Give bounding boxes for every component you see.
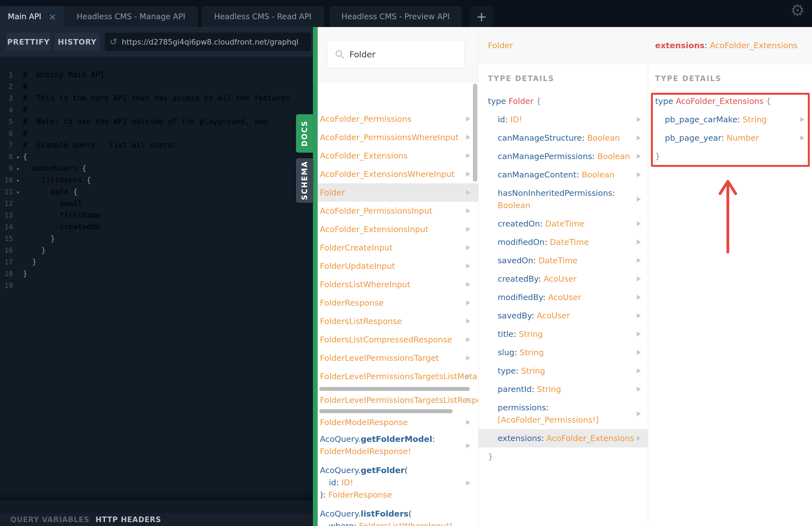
tab-query-variables[interactable]: QUERY VARIABLES	[10, 515, 89, 524]
code-line: 6#	[0, 127, 313, 139]
type-list-item[interactable]: Folder	[318, 183, 478, 202]
type-list-item[interactable]: FoldersListCompressedResponse	[318, 331, 478, 349]
type-list-item[interactable]: FolderUpdateInput	[318, 257, 478, 275]
search-icon	[335, 49, 344, 59]
type-declaration-row: }	[648, 147, 812, 165]
fold-arrow-icon[interactable]: ▾	[13, 163, 23, 175]
line-number: 16	[0, 245, 13, 256]
fold-arrow-icon[interactable]: ▾	[13, 175, 23, 186]
api-tab-1[interactable]: Main API×	[0, 6, 66, 27]
code-line: 16}	[0, 244, 313, 256]
type-field-row[interactable]: hasNonInheritedPermissions:Boolean	[478, 184, 648, 215]
code-line: 15}	[0, 233, 313, 244]
horizontal-scrollbar[interactable]	[318, 385, 478, 392]
chevron-right-icon	[637, 154, 641, 159]
type-field-row[interactable]: savedBy: AcoUser	[478, 306, 648, 325]
type-list-item[interactable]: FolderLevelPermissionsTargetsListRespo	[318, 392, 478, 408]
chevron-right-icon	[637, 197, 641, 202]
type-list-item[interactable]: FolderModelResponse	[318, 414, 478, 430]
chevron-right-icon	[466, 245, 470, 250]
code-line: 4#	[0, 104, 313, 116]
new-tab-button[interactable]: +	[470, 6, 493, 27]
line-number: 19	[0, 280, 13, 291]
line-number: 8	[0, 151, 13, 163]
api-tab-2[interactable]: Headless CMS - Manage API	[64, 6, 198, 27]
type-field-row[interactable]: slug: String	[478, 343, 648, 362]
top-tab-bar: Main API×Headless CMS - Manage APIHeadle…	[0, 0, 812, 27]
prettify-button[interactable]: PRETTIFY	[6, 33, 51, 51]
history-button[interactable]: HISTORY	[55, 33, 100, 51]
type-list-item[interactable]: FolderLevelPermissionsTargetsListMeta	[318, 367, 478, 385]
chevron-right-icon	[637, 436, 641, 441]
type-field-row[interactable]: modifiedOn: DateTime	[478, 233, 648, 251]
type-field-row[interactable]: extensions: AcoFolder_Extensions	[478, 429, 648, 448]
gear-icon[interactable]: ⚙	[790, 2, 805, 18]
chevron-right-icon	[637, 411, 641, 416]
api-tab-3[interactable]: Headless CMS - Read API	[202, 6, 324, 27]
type-list-item[interactable]: FoldersListResponse	[318, 312, 478, 331]
type-field-row[interactable]: title: String	[478, 325, 648, 343]
chevron-right-icon	[637, 221, 641, 226]
type-field-row[interactable]: pb_page_year: Number	[648, 129, 812, 147]
close-icon[interactable]: ×	[48, 12, 57, 21]
type-list-item[interactable]: AcoFolder_Permissions	[318, 110, 478, 128]
schema-side-tab[interactable]: SCHEMA	[296, 158, 313, 203]
query-list-item[interactable]: AcoQuery.getFolderModel:FolderModelRespo…	[318, 430, 478, 462]
type-field-row[interactable]: savedOn: DateTime	[478, 251, 648, 270]
tab-http-headers[interactable]: HTTP HEADERS	[96, 515, 161, 524]
scrollbar-thumb[interactable]	[319, 387, 470, 391]
line-number: 9	[0, 163, 13, 174]
type-declaration-row: }	[478, 448, 648, 466]
type-list-item[interactable]: AcoFolder_PermissionsWhereInput	[318, 128, 478, 147]
type-field-row[interactable]: canManagePermissions: Boolean	[478, 147, 648, 165]
type-field-row[interactable]: permissions:[AcoFolder_Permissions!]	[478, 398, 648, 429]
fold-arrow-icon[interactable]: ▾	[13, 151, 23, 163]
chevron-right-icon	[637, 368, 641, 373]
type-field-row[interactable]: createdBy: AcoUser	[478, 270, 648, 288]
type-list-item[interactable]: AcoFolder_ExtensionsWhereInput	[318, 165, 478, 183]
editor-toolbar: PRETTIFY HISTORY ↺	[0, 27, 313, 57]
type-list-vertical-scrollbar[interactable]	[473, 84, 477, 182]
code-line: 14createdOn	[0, 221, 313, 233]
line-number: 11	[0, 186, 13, 198]
docs-resize-handle[interactable]	[313, 27, 318, 526]
reload-icon[interactable]: ↺	[110, 36, 117, 47]
type-declaration-row: type Folder {	[478, 92, 648, 110]
chevron-right-icon	[466, 420, 470, 425]
type-list-item[interactable]: AcoFolder_PermissionsInput	[318, 202, 478, 220]
type-declaration-row: type AcoFolder_Extensions {	[648, 92, 812, 110]
type-list-item[interactable]: FolderLevelPermissionsTarget	[318, 349, 478, 367]
chevron-right-icon	[800, 135, 804, 141]
docs-search-input[interactable]	[349, 49, 456, 60]
scrollbar-thumb[interactable]	[319, 409, 452, 413]
endpoint-url-input[interactable]	[121, 37, 301, 46]
type-field-row[interactable]: type: String	[478, 362, 648, 380]
type-field-row[interactable]: modifiedBy: AcoUser	[478, 288, 648, 306]
horizontal-scrollbar[interactable]	[318, 408, 478, 414]
query-editor[interactable]: 1# Webiny Main API2#3# This is the core …	[0, 57, 313, 513]
type-details-label: TYPE DETAILS	[478, 64, 648, 92]
type-list-item[interactable]: FolderCreateInput	[318, 238, 478, 257]
api-tab-label: Headless CMS - Read API	[214, 12, 311, 21]
chevron-right-icon	[466, 208, 470, 214]
line-number: 15	[0, 233, 13, 245]
type-field-row[interactable]: pb_page_carMake: String	[648, 110, 812, 129]
type-list-item[interactable]: AcoFolder_Extensions	[318, 147, 478, 165]
type-list-item[interactable]: AcoFolder_ExtensionsInput	[318, 220, 478, 238]
fold-arrow-icon[interactable]: ▾	[13, 186, 23, 198]
type-field-row[interactable]: parentId: String	[478, 380, 648, 398]
code-line: 17}	[0, 256, 313, 268]
query-list-item[interactable]: AcoQuery.getFolder(id: ID!): FolderRespo…	[318, 462, 478, 505]
type-field-row[interactable]: createdOn: DateTime	[478, 215, 648, 233]
chevron-right-icon	[637, 295, 641, 300]
type-field-row[interactable]: canManageContent: Boolean	[478, 165, 648, 184]
type-list-item[interactable]: FolderResponse	[318, 294, 478, 312]
type-field-row[interactable]: canManageStructure: Boolean	[478, 129, 648, 147]
chevron-right-icon	[466, 337, 470, 342]
api-tab-4[interactable]: Headless CMS - Preview API	[330, 6, 462, 27]
query-list-item[interactable]: AcoQuery.listFolders(where: FoldersListW…	[318, 505, 478, 526]
chevron-right-icon	[466, 116, 470, 121]
type-list-item[interactable]: FoldersListWhereInput	[318, 275, 478, 294]
docs-side-tab[interactable]: DOCS	[296, 114, 313, 153]
type-field-row[interactable]: id: ID!	[478, 110, 648, 129]
